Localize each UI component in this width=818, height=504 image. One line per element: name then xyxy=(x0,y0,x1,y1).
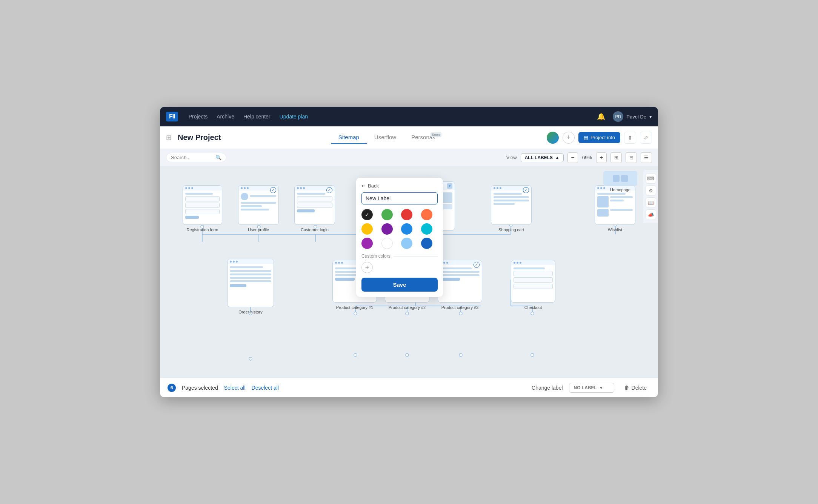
nav-help[interactable]: Help center xyxy=(243,114,271,120)
view-dropdown[interactable]: ALL LABELS ▲ xyxy=(521,153,564,162)
card-body xyxy=(295,191,335,216)
add-collaborator-button[interactable]: + xyxy=(563,132,575,144)
color-swatch-cyan[interactable] xyxy=(421,223,432,235)
svg-point-26 xyxy=(354,312,357,315)
card-body xyxy=(228,264,274,291)
select-all-button[interactable]: Select all xyxy=(224,385,246,391)
card-body xyxy=(183,191,222,223)
card-label-product-category-1: Product category #1 xyxy=(332,305,377,310)
card-label-shopping-cart: Shopping cart xyxy=(491,227,532,232)
color-swatch-orange[interactable] xyxy=(421,209,432,220)
color-grid: ✓ xyxy=(361,209,438,249)
user-menu[interactable]: PD Pavel De ▾ xyxy=(613,111,652,122)
card-header xyxy=(183,186,222,191)
card-label-checkout: Checkout xyxy=(511,305,555,310)
color-swatch-blue[interactable] xyxy=(401,223,412,235)
color-swatch-white[interactable] xyxy=(381,238,393,249)
card-customer-login[interactable]: ✓ xyxy=(294,185,335,225)
card-header xyxy=(511,260,555,265)
tab-sitemap[interactable]: Sitemap xyxy=(331,131,367,144)
svg-point-33 xyxy=(459,353,462,356)
canvas[interactable]: Registration form ✓ User profile xyxy=(160,166,658,378)
color-swatch-violet[interactable] xyxy=(361,238,373,249)
homepage-area: Homepage xyxy=(603,171,637,192)
color-swatch-light-blue[interactable] xyxy=(401,238,412,249)
tab-userflow[interactable]: Userflow xyxy=(367,131,404,144)
notification-bell-icon[interactable]: 🔔 xyxy=(597,112,605,121)
pages-selected-label: Pages selected xyxy=(182,385,218,391)
popup-back-button[interactable]: ↩ Back xyxy=(361,183,438,189)
svg-point-34 xyxy=(531,353,534,356)
back-arrow-icon: ↩ xyxy=(361,183,366,189)
grid-view-icon[interactable]: ⊞ xyxy=(166,134,172,142)
app-logo[interactable]: FII xyxy=(166,112,178,121)
zoom-controls: − 69% + xyxy=(567,152,607,163)
nav-update-plan[interactable]: Update plan xyxy=(280,114,308,120)
user-name: Pavel De xyxy=(626,114,646,120)
nav-projects[interactable]: Projects xyxy=(189,114,208,120)
card-label-product-category-2: Product category #2 xyxy=(385,305,429,310)
card-label-registration-form: Registration form xyxy=(183,227,222,378)
color-swatch-yellow[interactable] xyxy=(361,223,373,235)
svg-point-29 xyxy=(531,312,534,315)
change-label-text: Change label xyxy=(532,385,563,391)
tab-personas[interactable]: Personas Soon xyxy=(404,131,443,144)
view-value: ALL LABELS xyxy=(525,155,553,160)
card-order-history[interactable] xyxy=(227,259,274,307)
project-avatar[interactable] xyxy=(547,132,559,144)
top-navigation: FII Projects Archive Help center Update … xyxy=(160,107,658,126)
homepage-label: Homepage xyxy=(603,187,637,192)
book-icon-btn[interactable]: 📖 xyxy=(646,197,656,208)
bottom-bar: 6 Pages selected Select all Deselect all… xyxy=(160,378,658,397)
sub-navigation: ⊞ New Project Sitemap Userflow Personas … xyxy=(160,126,658,149)
main-toolbar: 🔍 View ALL LABELS ▲ − 69% + ⊞ ⊟ ☰ xyxy=(160,149,658,166)
color-swatch-green[interactable] xyxy=(381,209,393,220)
announce-icon-btn[interactable]: 📣 xyxy=(646,209,656,220)
color-swatch-purple[interactable] xyxy=(381,223,393,235)
search-input[interactable] xyxy=(171,155,213,160)
custom-colors-section: Custom colors xyxy=(361,254,438,259)
deselect-all-button[interactable]: Deselect all xyxy=(252,385,279,391)
search-icon: 🔍 xyxy=(215,155,221,160)
card-checkout[interactable] xyxy=(511,260,555,303)
delete-label: Delete xyxy=(632,385,647,391)
card-product-category-3[interactable]: ✓ xyxy=(438,260,482,303)
card-shopping-cart[interactable]: ✓ xyxy=(491,185,532,225)
avatar: PD xyxy=(613,111,623,122)
card-label-product-category-3: Product category #3 xyxy=(438,305,482,310)
back-label: Back xyxy=(368,183,379,189)
label-name-input[interactable] xyxy=(361,192,438,204)
nav-archive[interactable]: Archive xyxy=(217,114,234,120)
keyboard-icon-btn[interactable]: ⌨ xyxy=(646,173,656,184)
card-user-profile[interactable]: ✓ xyxy=(238,185,279,225)
search-box[interactable]: 🔍 xyxy=(166,153,226,162)
list-view-button[interactable]: ☰ xyxy=(641,152,652,163)
settings-icon-btn[interactable]: ⚙ xyxy=(646,185,656,196)
export-button[interactable]: ⬆ xyxy=(624,132,636,144)
card-body xyxy=(491,191,531,209)
chevron-down-icon: ▾ xyxy=(600,385,602,390)
card-registration-form[interactable] xyxy=(183,185,222,225)
project-title: New Project xyxy=(178,133,221,142)
color-swatch-black[interactable]: ✓ xyxy=(361,209,373,220)
check-icon: ✓ xyxy=(270,187,276,193)
color-swatch-red[interactable] xyxy=(401,209,412,220)
check-icon: ✓ xyxy=(326,187,332,193)
card-body xyxy=(238,191,278,214)
label-value: NO LABEL xyxy=(574,385,597,390)
color-swatch-dark-blue[interactable] xyxy=(421,238,432,249)
label-dropdown[interactable]: NO LABEL ▾ xyxy=(569,383,614,393)
label-popup: ↩ Back ✓ Custom xyxy=(356,178,443,297)
add-custom-color-button[interactable]: + xyxy=(361,262,373,273)
delete-button[interactable]: 🗑 Delete xyxy=(620,383,650,393)
check-icon: ✓ xyxy=(474,262,480,268)
zoom-out-button[interactable]: − xyxy=(567,152,578,163)
save-label-button[interactable]: Save xyxy=(361,278,438,292)
chevron-down-icon: ▾ xyxy=(649,114,652,120)
fit-view-button[interactable]: ⊞ xyxy=(610,152,622,163)
zoom-in-button[interactable]: + xyxy=(596,152,607,163)
project-info-button[interactable]: ▤ Project info xyxy=(578,132,620,143)
grid-toggle-button[interactable]: ⊟ xyxy=(626,152,637,163)
card-body xyxy=(511,265,555,292)
share-button[interactable]: ⇗ xyxy=(640,132,652,144)
